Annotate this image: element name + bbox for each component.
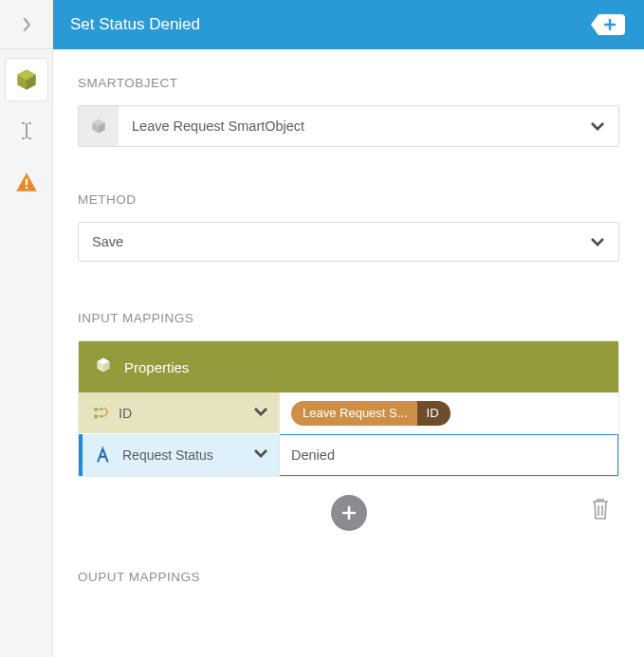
panel-header: Set Status Denied (53, 0, 644, 49)
svg-rect-0 (25, 179, 27, 186)
mappings-header: Properties (79, 341, 618, 392)
warning-icon (14, 170, 39, 194)
mapping-value-cell (280, 434, 618, 476)
tool-smartobject[interactable] (6, 59, 47, 100)
chevron-down-icon (252, 445, 269, 465)
input-mappings-label: INPUT MAPPINGS (78, 311, 619, 325)
svg-rect-2 (94, 408, 98, 411)
method-selector[interactable]: Save (78, 222, 619, 262)
svg-rect-1 (25, 187, 27, 189)
mapping-field-name: Request Status (122, 447, 252, 463)
text-type-icon (94, 445, 115, 465)
add-mapping-button[interactable] (331, 495, 367, 531)
mapping-row-id: ID Leave Request S... ID (79, 392, 618, 434)
left-toolstrip (0, 0, 53, 657)
mapping-row-status: Request Status (79, 434, 618, 476)
add-step-button[interactable] (585, 9, 631, 41)
tool-warnings[interactable] (6, 161, 47, 203)
delete-mapping-button[interactable] (589, 496, 612, 526)
mappings-header-title: Properties (124, 359, 189, 375)
smartobject-selector[interactable]: Leave Request SmartObject (78, 105, 619, 147)
reference-pill-field: ID (417, 401, 451, 426)
smartobject-label: SMARTOBJECT (78, 76, 619, 90)
reference-pill-source: Leave Request S... (291, 401, 417, 426)
input-mappings-panel: Properties ID Leav (78, 340, 619, 477)
mapping-value-input[interactable] (291, 435, 606, 475)
tool-fields[interactable] (6, 110, 47, 152)
chevron-down-icon (252, 403, 269, 424)
mapping-field-selector[interactable]: ID (79, 392, 280, 433)
tag-plus-icon (589, 12, 627, 37)
svg-rect-3 (94, 414, 98, 418)
smartobject-value: Leave Request SmartObject (119, 106, 577, 146)
text-cursor-icon (15, 119, 38, 142)
collapse-panel-button[interactable] (0, 0, 52, 49)
reference-pill[interactable]: Leave Request S... ID (291, 401, 451, 426)
trash-icon (589, 496, 612, 522)
cube-icon (79, 106, 119, 146)
mapping-value-cell[interactable]: Leave Request S... ID (280, 392, 618, 433)
key-icon (90, 403, 111, 424)
cube-icon (94, 356, 113, 378)
chevron-down-icon (577, 106, 618, 146)
method-label: METHOD (78, 192, 619, 207)
plus-icon (340, 503, 359, 522)
mapping-field-name: ID (119, 406, 252, 421)
chevron-down-icon (577, 223, 618, 261)
panel-title: Set Status Denied (70, 15, 585, 34)
method-value: Save (79, 223, 577, 261)
output-mappings-label: OUPUT MAPPINGS (78, 570, 619, 584)
cube-icon (14, 67, 39, 92)
mapping-field-selector[interactable]: Request Status (83, 434, 280, 476)
